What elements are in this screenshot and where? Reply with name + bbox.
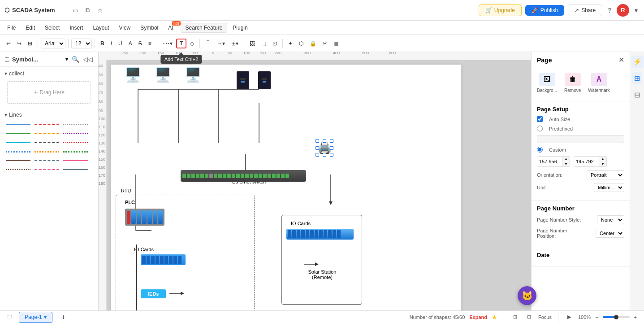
window-star-btn[interactable]: ☆ (95, 5, 105, 16)
arrange-1-button[interactable]: ⬚ (259, 39, 269, 48)
custom-radio[interactable] (537, 147, 543, 153)
zoom-in-btn[interactable]: + (631, 314, 640, 321)
undo-button[interactable]: ↩ (4, 39, 13, 48)
publish-button[interactable]: 🚀 Publish (525, 5, 564, 16)
arrow-style-button[interactable]: →▾ (214, 39, 228, 48)
height-increment-btn[interactable]: ▲ (599, 157, 606, 162)
line-sample-dots-blue[interactable] (4, 148, 31, 155)
image-button[interactable]: 🖼 (247, 39, 258, 48)
line-style-button[interactable]: ⋯▾ (160, 38, 175, 49)
background-item[interactable]: 🖼 Backgro... (537, 73, 557, 93)
menu-insert[interactable]: Insert (65, 23, 87, 33)
properties-icon-btn[interactable]: ⚡ (631, 56, 644, 68)
extra-1-button[interactable]: ✦ (285, 39, 295, 48)
line-sample-dotted-dark[interactable] (62, 122, 89, 128)
watermark-item[interactable]: A Watermark (588, 73, 610, 93)
grid-button[interactable]: ▦ (331, 39, 341, 48)
collapse-button[interactable]: ◁◁ (82, 55, 94, 64)
redo-button[interactable]: ↪ (14, 39, 24, 48)
play-btn[interactable]: ▶ (565, 313, 574, 321)
lock-button[interactable]: 🔒 (307, 39, 319, 48)
account-dropdown-btn[interactable]: ▾ (633, 5, 640, 16)
page-tab-active[interactable]: Page-1 ▾ (19, 312, 52, 323)
menu-view[interactable]: View (114, 23, 135, 33)
add-page-button[interactable]: + (59, 312, 68, 322)
remove-item[interactable]: 🗑 Remove (564, 73, 581, 93)
page-tab-close[interactable]: ▾ (44, 314, 47, 320)
height-input[interactable] (574, 158, 599, 165)
strikethrough-button[interactable]: S (136, 39, 145, 48)
line-sample-dots-orange[interactable] (33, 148, 60, 155)
help-button[interactable]: ? (606, 5, 613, 16)
bold-button[interactable]: B (98, 39, 107, 48)
line-sample-solid-blue[interactable] (4, 122, 31, 128)
menu-layout[interactable]: Layout (88, 23, 113, 33)
window-minimize-btn[interactable]: ▭ (71, 5, 80, 16)
expand-button[interactable]: Expand (469, 314, 487, 320)
auto-size-checkbox[interactable] (537, 116, 543, 122)
menu-select[interactable]: Select (40, 23, 64, 33)
layers-status-btn[interactable]: ⊞ (510, 313, 520, 321)
predefined-radio[interactable] (537, 126, 543, 131)
width-increment-btn[interactable]: ▲ (562, 157, 570, 162)
width-input[interactable] (537, 158, 562, 165)
search-button[interactable]: 🔍 (71, 55, 80, 64)
font-size-select[interactable]: 12 (71, 39, 92, 48)
line-sample-dashed-orange[interactable] (33, 131, 60, 137)
line-sample-6c[interactable] (62, 166, 89, 173)
chatbot-button[interactable]: 🐱 (518, 286, 536, 305)
window-tile-btn[interactable]: ⧉ (84, 4, 92, 16)
menu-ai[interactable]: AI hot (164, 23, 177, 33)
align-button[interactable]: ≡ (146, 39, 154, 48)
upgrade-button[interactable]: 🛒 Upgrade (479, 4, 522, 16)
shape-tool-button[interactable]: ◇ (187, 39, 197, 48)
unit-select[interactable]: Millim... Pixels Inches (594, 183, 624, 192)
share-button[interactable]: ↗ Share (568, 4, 602, 16)
collect-section-header[interactable]: ▾ collect (4, 69, 94, 79)
menu-file[interactable]: File (3, 23, 20, 33)
lines-section-header[interactable]: ▾ Lines (4, 110, 94, 120)
view-toggle-button[interactable]: ⊞ (25, 39, 35, 48)
page-number-position-select[interactable]: Center Left Right (596, 229, 624, 238)
font-family-select[interactable]: Arial (41, 39, 65, 48)
arrange-2-button[interactable]: ⊡ (270, 39, 280, 48)
drag-here-area[interactable]: + Drag Here (7, 81, 91, 104)
extra-2-button[interactable]: ⬡ (296, 39, 306, 48)
right-panel-close-button[interactable]: ✕ (618, 56, 624, 64)
underline-button[interactable]: U (116, 39, 125, 48)
zoom-slider[interactable] (603, 316, 630, 318)
orientation-select[interactable]: Portrait Landscape (587, 170, 624, 179)
line-sample-dashed-red[interactable] (33, 122, 60, 128)
curve-tool-button[interactable]: ⌒ (203, 38, 213, 48)
line-sample-5b[interactable] (33, 157, 60, 164)
fit-page-btn[interactable]: ⊡ (524, 313, 534, 321)
font-color-button[interactable]: A (126, 39, 135, 48)
width-decrement-btn[interactable]: ▼ (562, 162, 570, 166)
line-sample-dotted-purple[interactable] (62, 131, 89, 137)
menu-search-feature[interactable]: Search Feature (181, 23, 228, 33)
line-sample-dots-green[interactable] (62, 148, 89, 155)
height-decrement-btn[interactable]: ▼ (599, 162, 606, 166)
italic-button[interactable]: I (108, 39, 115, 48)
line-sample-5a[interactable] (4, 157, 31, 164)
canvas[interactable]: 🖥️ 🖥️ 🖥️ (107, 60, 531, 310)
line-sample-solid-green[interactable] (4, 131, 31, 137)
connector-button[interactable]: ⊞▾ (229, 39, 241, 48)
text-tool-button[interactable]: T (176, 39, 186, 48)
zoom-out-btn[interactable]: − (592, 314, 601, 321)
menu-symbol[interactable]: Symbol (136, 23, 163, 33)
line-sample-dotted-red[interactable] (62, 140, 89, 146)
line-sample-6b[interactable] (33, 166, 60, 173)
menu-edit[interactable]: Edit (21, 23, 39, 33)
layers-icon-btn[interactable]: ⊞ (632, 72, 642, 84)
avatar[interactable]: R (617, 4, 629, 17)
page-layout-btn[interactable]: ⬚ (4, 313, 14, 321)
cut-button[interactable]: ✂ (320, 39, 330, 48)
page-number-style-select[interactable]: None 1, 2, 3 a, b, c (597, 215, 624, 224)
menu-plugin[interactable]: Plugin (228, 23, 252, 33)
line-sample-dashed-dark[interactable] (33, 140, 60, 146)
line-sample-5c[interactable] (62, 157, 89, 164)
line-sample-6a[interactable] (4, 166, 31, 173)
line-sample-solid-cyan[interactable] (4, 140, 31, 146)
components-icon-btn[interactable]: ⊟ (632, 89, 642, 101)
